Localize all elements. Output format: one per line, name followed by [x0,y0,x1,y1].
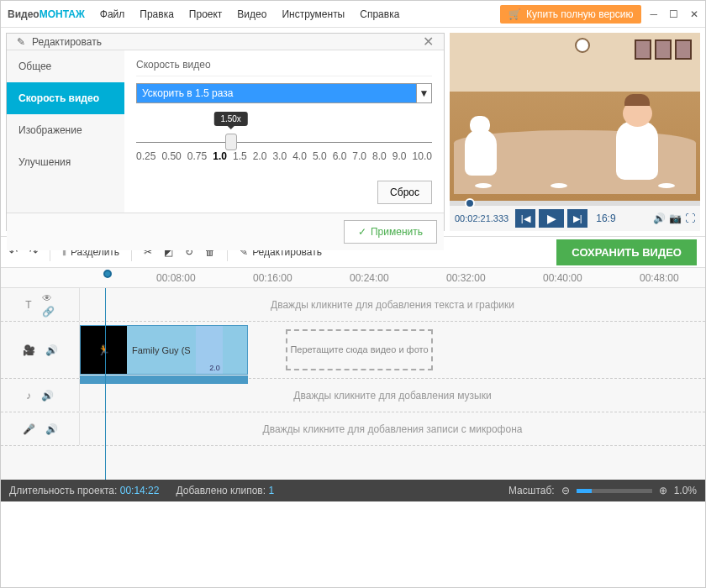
play-button[interactable]: ▶ [539,209,564,228]
playhead-handle[interactable] [103,270,112,278]
check-icon: ✓ [358,226,366,238]
zoom-value: 1.0% [674,485,697,496]
menu-edit[interactable]: Правка [140,8,174,20]
link-icon[interactable]: 🔗 [42,306,55,318]
tab-general[interactable]: Общее [7,50,124,82]
apply-button[interactable]: ✓Применить [344,220,437,244]
snapshot-icon[interactable]: 📷 [669,213,682,224]
slider-ticks: 0.250.500.751.01.52.03.04.05.06.07.08.09… [136,150,432,162]
preview-panel: 00:02:21.333 |◀ ▶ ▶| 16:9 🔊 📷 ⛶ [450,33,700,231]
chevron-down-icon: ▼ [416,84,431,102]
eye-icon[interactable]: 👁 [42,292,55,304]
slider-thumb[interactable] [225,134,237,150]
title-bar: ВидеоМОНТАЖ Файл Правка Проект Видео Инс… [1,1,705,28]
zoom-label: Масштаб: [508,485,555,496]
running-icon: 🏃 [97,344,110,356]
edit-icon: ✎ [17,36,25,48]
close-panel-button[interactable]: ✕ [423,34,434,50]
player-controls: 00:02:21.333 |◀ ▶ ▶| 16:9 🔊 📷 ⛶ [450,206,700,231]
tab-image[interactable]: Изображение [7,114,124,146]
maximize-button[interactable]: ☐ [669,8,678,20]
save-video-button[interactable]: СОХРАНИТЬ ВИДЕО [556,239,697,265]
cart-icon: 🛒 [508,8,521,20]
panel-header: ✎ Редактировать ✕ [7,34,444,50]
volume-music-icon[interactable]: 🔊 [41,390,54,402]
menu-video[interactable]: Видео [237,8,266,20]
music-track[interactable]: ♪🔊 Дважды кликните для добавления музыки [1,379,705,412]
clip-count: 1 [268,485,274,496]
music-track-hint: Дважды кликните для добавления музыки [80,379,705,412]
zoom-slider[interactable] [577,489,652,493]
menu-project[interactable]: Проект [189,8,223,20]
mic-icon: 🎤 [23,423,35,435]
timeline-tracks: T👁🔗 Дважды кликните для добавления текст… [1,288,705,480]
fullscreen-icon[interactable]: ⛶ [685,213,695,224]
menu-file[interactable]: Файл [100,8,125,20]
text-track-hint: Дважды кликните для добавления текста и … [80,288,705,321]
minimize-button[interactable]: ─ [650,8,657,20]
project-duration: 00:14:22 [120,485,160,496]
text-icon: T [25,299,31,311]
reset-button[interactable]: Сброс [377,181,432,204]
speed-select[interactable]: Ускорить в 1.5 раза ▼ [136,83,432,103]
speed-slider[interactable]: 1.50x 0.250.500.751.01.52.03.04.05.06.07… [136,127,432,177]
status-bar: Длительность проекта: 00:14:22 Добавлено… [1,480,705,501]
playhead-line[interactable] [105,288,106,480]
timeline-ruler[interactable]: 00:08:00 00:16:00 00:24:00 00:32:00 00:4… [1,268,705,288]
clip-name: Family Guy (S [127,345,196,355]
mic-track-hint: Дважды кликните для добавления записи с … [80,412,705,445]
edit-tabs: Общее Скорость видео Изображение Улучшен… [7,50,124,213]
speed-props: Скорость видео Ускорить в 1.5 раза ▼ 1.5… [124,50,444,213]
seek-bar[interactable] [450,201,700,206]
video-track[interactable]: 🎥🔊 🏃 Family Guy (S 2.0 Перетащите сюда в… [1,322,705,379]
menu-help[interactable]: Справка [360,8,399,20]
volume-mic-icon[interactable]: 🔊 [45,423,58,435]
mic-track[interactable]: 🎤🔊 Дважды кликните для добавления записи… [1,412,705,446]
tab-enhance[interactable]: Улучшения [7,146,124,178]
video-preview[interactable] [450,33,700,201]
volume-track-icon[interactable]: 🔊 [45,344,58,356]
buy-button[interactable]: 🛒Купить полную версию [500,5,641,24]
volume-icon[interactable]: 🔊 [653,213,666,224]
edit-panel: ✎ Редактировать ✕ Общее Скорость видео И… [6,33,445,231]
app-logo: ВидеоМОНТАЖ [8,8,85,20]
next-button[interactable]: ▶| [567,209,587,228]
music-icon: ♪ [26,390,31,402]
tab-speed[interactable]: Скорость видео [7,82,124,114]
zoom-in-button[interactable]: ⊕ [659,485,667,496]
aspect-label[interactable]: 16:9 [596,213,615,224]
main-menu: Файл Правка Проект Видео Инструменты Спр… [100,8,400,20]
timecode: 00:02:21.333 [455,213,508,223]
camera-icon: 🎥 [23,344,35,356]
video-dropzone[interactable]: Перетащите сюда видео и фото [286,329,433,370]
zoom-out-button[interactable]: ⊖ [561,485,570,496]
menu-tools[interactable]: Инструменты [282,8,345,20]
slider-tooltip: 1.50x [213,112,247,126]
prev-button[interactable]: |◀ [515,209,535,228]
seek-thumb[interactable] [465,198,475,208]
section-label: Скорость видео [136,59,432,76]
text-track[interactable]: T👁🔗 Дважды кликните для добавления текст… [1,288,705,322]
clip-thumbnail: 🏃 [81,326,127,374]
close-button[interactable]: ✕ [690,8,698,20]
